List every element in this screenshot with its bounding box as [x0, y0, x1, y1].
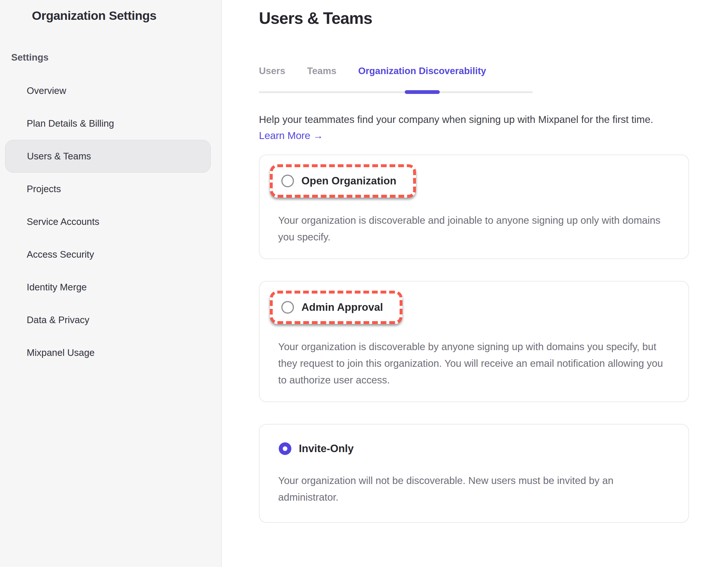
tab-users[interactable]: Users — [259, 65, 285, 76]
sidebar-item-label: Users & Teams — [27, 151, 91, 162]
sidebar-item-access-security[interactable]: Access Security — [0, 238, 221, 271]
sidebar-item-projects[interactable]: Projects — [0, 173, 221, 205]
tab-organization-discoverability[interactable]: Organization Discoverability — [358, 65, 486, 76]
learn-more-label: Learn More — [259, 130, 310, 141]
sidebar-item-label: Projects — [27, 183, 61, 194]
sidebar-item-mixpanel-usage[interactable]: Mixpanel Usage — [0, 336, 221, 369]
sidebar-item-label: Data & Privacy — [27, 315, 89, 326]
learn-more-link[interactable]: Learn More → — [259, 130, 323, 141]
option-card-open-organization: Open Organization Your organization is d… — [259, 154, 689, 259]
radio-admin-approval[interactable] — [281, 301, 294, 314]
option-label: Open Organization — [301, 175, 396, 187]
tab-label: Organization Discoverability — [358, 65, 486, 76]
sidebar-item-label: Access Security — [27, 249, 94, 260]
sidebar-section-label: Settings — [11, 52, 221, 63]
sidebar-item-label: Overview — [27, 85, 66, 96]
sidebar-item-label: Plan Details & Billing — [27, 118, 114, 129]
option-card-admin-approval: Admin Approval Your organization is disc… — [259, 281, 689, 402]
sidebar-item-identity-merge[interactable]: Identity Merge — [0, 271, 221, 304]
option-description: Your organization is discoverable by any… — [278, 338, 669, 388]
option-label: Admin Approval — [301, 301, 383, 314]
option-description: Your organization is discoverable and jo… — [278, 212, 669, 245]
option-description: Your organization will not be discoverab… — [278, 472, 669, 506]
radio-invite-only[interactable] — [279, 442, 291, 455]
option-card-invite-only: Invite-Only Your organization will not b… — [259, 424, 689, 523]
sidebar-nav: Overview Plan Details & Billing Users & … — [0, 74, 221, 369]
sidebar-item-plan-details-billing[interactable]: Plan Details & Billing — [0, 107, 221, 140]
discoverability-options: Open Organization Your organization is d… — [259, 154, 689, 523]
option-label: Invite-Only — [299, 443, 354, 455]
sidebar-item-overview[interactable]: Overview — [0, 74, 221, 107]
active-tab-indicator — [405, 90, 440, 94]
arrow-right-icon: → — [313, 130, 323, 141]
sidebar-item-label: Mixpanel Usage — [27, 347, 95, 358]
intro-text: Help your teammates find your company wh… — [259, 112, 689, 127]
sidebar-item-data-privacy[interactable]: Data & Privacy — [0, 304, 221, 336]
page-title: Users & Teams — [259, 9, 689, 28]
sidebar-title: Organization Settings — [32, 9, 221, 23]
radio-open-organization[interactable] — [281, 175, 294, 187]
annotation-highlight: Open Organization — [270, 164, 416, 198]
sidebar-item-users-teams[interactable]: Users & Teams — [5, 140, 211, 173]
sidebar-item-service-accounts[interactable]: Service Accounts — [0, 205, 221, 238]
annotation-highlight: Admin Approval — [270, 291, 402, 324]
tab-teams[interactable]: Teams — [307, 65, 336, 76]
tab-bar: Users Teams Organization Discoverability — [259, 65, 533, 93]
sidebar-item-label: Identity Merge — [27, 282, 87, 293]
sidebar-item-label: Service Accounts — [27, 216, 99, 227]
main-content: Users & Teams Users Teams Organization D… — [222, 0, 728, 567]
option-row[interactable]: Invite-Only — [279, 442, 354, 455]
sidebar: Organization Settings Settings Overview … — [0, 0, 222, 567]
